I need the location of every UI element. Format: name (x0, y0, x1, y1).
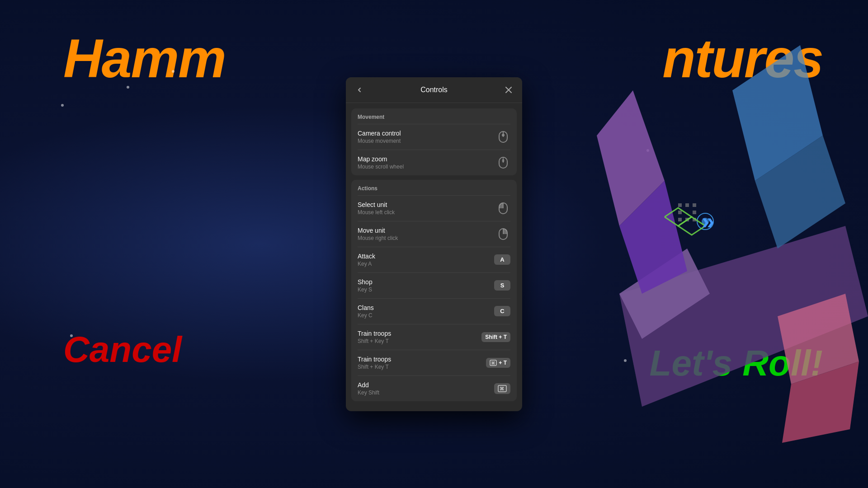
control-name-camera: Camera control (358, 130, 401, 137)
control-key-train2: Shift + Key T (358, 364, 391, 370)
badge-key-a: A (494, 254, 510, 265)
mouse-move-icon (498, 131, 509, 143)
control-row-attack: Attack Key A A (358, 247, 510, 272)
svg-point-20 (502, 134, 505, 136)
control-info-mapzoom: Map zoom Mouse scroll wheel (358, 155, 404, 170)
control-info-attack: Attack Key A (358, 253, 375, 267)
section-movement-header: Movement (358, 108, 510, 124)
control-key-attack: Key A (358, 261, 375, 267)
control-key-shop: Key S (358, 286, 373, 293)
modal-title: Controls (420, 86, 448, 94)
svg-text:⌘: ⌘ (500, 386, 504, 391)
badge-mouse-right (496, 227, 510, 241)
control-info-camera: Camera control Mouse movement (358, 130, 401, 144)
control-info-train1: Train troops Shift + Key T (358, 330, 391, 344)
control-info-train2: Train troops Shift + Key T (358, 356, 391, 370)
control-name-select: Select unit (358, 201, 395, 208)
control-row-train1: Train troops Shift + Key T Shift + T (358, 324, 510, 350)
control-row-add: Add Key Shift ⌘ (358, 375, 510, 401)
control-row-mapzoom: Map zoom Mouse scroll wheel (358, 150, 510, 175)
close-button[interactable] (502, 84, 515, 96)
section-actions-header: Actions (358, 180, 510, 195)
control-row-shop: Shop Key S S (358, 272, 510, 298)
control-name-mapzoom: Map zoom (358, 155, 404, 163)
section-actions: Actions Select unit Mouse left click (351, 180, 517, 401)
control-key-move: Mouse right click (358, 235, 398, 241)
badge-key-c: C (494, 306, 510, 316)
control-row-clans: Clans Key C C (358, 298, 510, 324)
control-info-move: Move unit Mouse right click (358, 227, 398, 241)
badge-shift-t: Shift + T (481, 332, 510, 342)
svg-text:⌘: ⌘ (491, 361, 495, 366)
control-key-mapzoom: Mouse scroll wheel (358, 164, 404, 170)
cmd-icon: ⌘ (490, 360, 497, 366)
control-row-camera: Camera control Mouse movement (358, 124, 510, 150)
cmd-only-icon: ⌘ (498, 385, 507, 392)
badge-mouse-scroll (496, 155, 510, 170)
badge-cmd-only: ⌘ (494, 383, 510, 394)
controls-modal: Controls Movement Camera control Mouse m… (346, 77, 522, 411)
modal-header: Controls (346, 77, 522, 103)
control-info-add: Add Key Shift (358, 381, 379, 396)
control-info-select: Select unit Mouse left click (358, 201, 395, 216)
control-name-shop: Shop (358, 278, 373, 286)
close-icon (505, 87, 512, 93)
section-movement: Movement Camera control Mouse movement (351, 108, 517, 175)
control-name-add: Add (358, 381, 379, 389)
control-row-move: Move unit Mouse right click (358, 221, 510, 247)
mouse-left-icon (498, 202, 509, 215)
control-name-clans: Clans (358, 304, 374, 311)
control-name-train1: Train troops (358, 330, 391, 337)
badge-mouse-move (496, 130, 510, 144)
control-key-clans: Key C (358, 312, 374, 319)
control-row-train2: Train troops Shift + Key T ⌘ + T (358, 350, 510, 375)
mouse-scroll-icon (498, 156, 509, 169)
modal-overlay: Controls Movement Camera control Mouse m… (0, 0, 868, 488)
control-key-select: Mouse left click (358, 209, 395, 216)
modal-body: Movement Camera control Mouse movement (346, 103, 522, 411)
control-name-move: Move unit (358, 227, 398, 234)
control-info-shop: Shop Key S (358, 278, 373, 293)
back-icon (356, 86, 363, 94)
control-key-add: Key Shift (358, 389, 379, 396)
mouse-right-icon (498, 228, 509, 240)
badge-key-s: S (494, 280, 510, 291)
control-key-train1: Shift + Key T (358, 338, 391, 344)
control-key-camera: Mouse movement (358, 138, 401, 144)
badge-cmd-t: ⌘ + T (486, 358, 510, 368)
badge-mouse-left (496, 201, 510, 216)
control-info-clans: Clans Key C (358, 304, 374, 319)
back-button[interactable] (353, 84, 366, 96)
control-row-select: Select unit Mouse left click (358, 195, 510, 221)
control-name-train2: Train troops (358, 356, 391, 363)
control-name-attack: Attack (358, 253, 375, 260)
